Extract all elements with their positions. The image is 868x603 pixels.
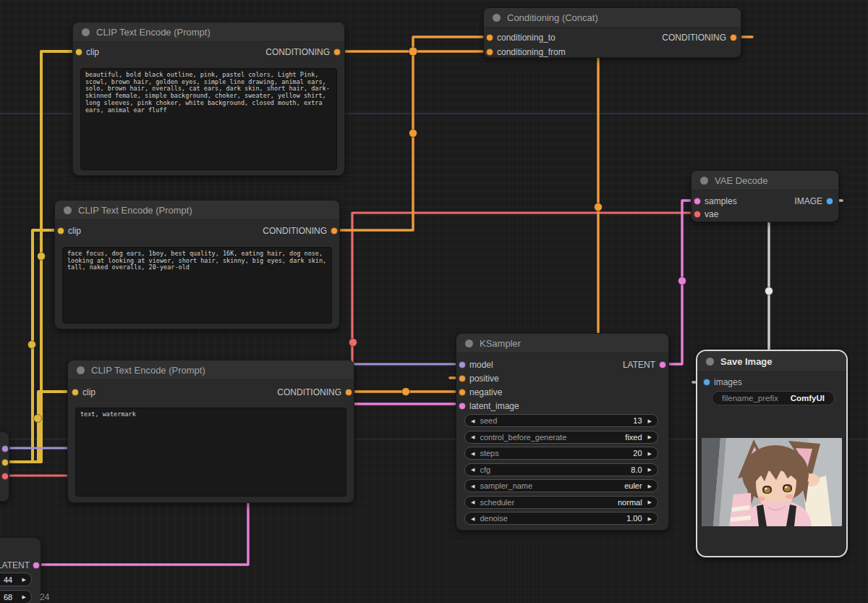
conditioning-from-label: conditioning_from <box>497 47 566 57</box>
clip-text-encode-node-3[interactable]: CLIP Text Encode (Prompt) clip CONDITION… <box>67 360 354 503</box>
conditioning-concat-node[interactable]: Conditioning (Concat) conditioning_to co… <box>483 7 741 58</box>
samples-input-port[interactable] <box>694 198 701 205</box>
ksampler-widget-scheduler[interactable]: ◀schedulernormal▶ <box>464 496 658 509</box>
filename-prefix-widget[interactable]: filename_prefix ComfyUI <box>712 391 835 405</box>
increment-arrow-icon[interactable]: ▶ <box>648 499 652 505</box>
clip-input-port[interactable] <box>72 389 79 396</box>
comfyui-node-graph-canvas[interactable]: { "canvas": { "label_24": "24" }, "color… <box>0 0 868 603</box>
ksampler-widgets: ◀seed13▶◀control_before_generatefixed▶◀s… <box>464 414 658 528</box>
widget-value: 8.0 <box>631 465 642 474</box>
decrement-arrow-icon[interactable]: ◀ <box>471 516 475 521</box>
collapse-dot-icon[interactable] <box>493 14 501 22</box>
decrement-arrow-icon[interactable]: ◀ <box>471 484 475 489</box>
empty-latent-widget[interactable]: 68▶ <box>0 590 32 603</box>
conditioning-output-label: CONDITIONING <box>263 226 327 236</box>
negative-input-port[interactable] <box>459 389 466 396</box>
collapse-dot-icon[interactable] <box>77 366 85 374</box>
increment-arrow-icon[interactable]: ▶ <box>22 594 26 599</box>
vae-input-port[interactable] <box>694 211 701 218</box>
positive-input-port[interactable] <box>459 375 466 382</box>
save-image-node[interactable]: Save Image images filename_prefix ComfyU… <box>696 350 848 557</box>
decrement-arrow-icon[interactable]: ◀ <box>471 499 475 505</box>
vae-output-port[interactable] <box>1 473 9 480</box>
increment-arrow-icon[interactable]: ▶ <box>648 467 652 472</box>
collapse-dot-icon[interactable] <box>465 340 473 347</box>
node-title: CLIP Text Encode (Prompt) <box>78 205 192 216</box>
increment-arrow-icon[interactable]: ▶ <box>648 451 652 456</box>
decrement-arrow-icon[interactable]: ◀ <box>471 451 475 456</box>
node-title: Save Image <box>720 356 773 367</box>
clip-input-label: clip <box>86 47 99 57</box>
conditioning-output-port[interactable] <box>730 34 737 41</box>
conditioning-output-label: CONDITIONING <box>265 47 330 57</box>
ksampler-widget-denoise[interactable]: ◀denoise1.00▶ <box>464 512 658 525</box>
latent-output-port[interactable] <box>33 562 40 569</box>
ksampler-widget-sampler_name[interactable]: ◀sampler_nameeuler▶ <box>464 479 658 492</box>
node-title: CLIP Text Encode (Prompt) <box>91 365 205 376</box>
ksampler-widget-steps[interactable]: ◀steps20▶ <box>464 447 658 460</box>
empty-latent-widgets: 44▶68▶ <box>0 573 32 603</box>
clip-input-port[interactable] <box>75 49 82 56</box>
increment-arrow-icon[interactable]: ▶ <box>648 516 652 521</box>
latent-output-port[interactable] <box>659 361 666 368</box>
widget-value: 13 <box>633 416 642 425</box>
widget-value: 1.00 <box>626 514 642 523</box>
negative-input-label: negative <box>469 387 502 397</box>
prompt-textarea[interactable]: text, watermark <box>75 408 346 497</box>
conditioning-from-input-port[interactable] <box>486 49 493 56</box>
prompt-textarea[interactable]: beautiful, bold black outline, pink, pas… <box>80 68 337 170</box>
filename-prefix-value: ComfyUI <box>791 394 825 402</box>
filename-prefix-label: filename_prefix <box>722 394 778 402</box>
prompt-textarea[interactable]: face focus, dog ears, 1boy, best quality… <box>62 247 332 324</box>
decrement-arrow-icon[interactable]: ◀ <box>471 418 475 423</box>
increment-arrow-icon[interactable]: ▶ <box>648 434 652 439</box>
ksampler-widget-cfg[interactable]: ◀cfg8.0▶ <box>464 463 658 476</box>
empty-latent-widget[interactable]: 44▶ <box>0 573 32 586</box>
checkpoint-loader-node-partial[interactable] <box>0 431 9 502</box>
conditioning-to-input-port[interactable] <box>486 34 493 41</box>
conditioning-to-label: conditioning_to <box>497 33 556 43</box>
node-title-bar[interactable]: KSampler <box>456 334 668 353</box>
model-input-port[interactable] <box>459 361 466 368</box>
node-title-bar[interactable]: CLIP Text Encode (Prompt) <box>55 201 339 220</box>
collapse-dot-icon[interactable] <box>706 358 714 366</box>
node-title-bar[interactable]: Save Image <box>697 351 846 372</box>
empty-latent-node-partial[interactable]: LATENT 44▶68▶ <box>0 537 41 603</box>
node-title-bar[interactable]: CLIP Text Encode (Prompt) <box>73 22 344 42</box>
node-title-bar[interactable]: CLIP Text Encode (Prompt) <box>68 360 354 380</box>
conditioning-output-port[interactable] <box>333 49 341 56</box>
node-title-bar[interactable]: VAE Decode <box>692 171 838 190</box>
clip-text-encode-node-1[interactable]: CLIP Text Encode (Prompt) clip CONDITION… <box>72 22 345 176</box>
decrement-arrow-icon[interactable]: ◀ <box>471 467 475 472</box>
preview-image <box>702 438 842 526</box>
ksampler-widget-control_before_generate[interactable]: ◀control_before_generatefixed▶ <box>464 431 658 444</box>
clip-output-port[interactable] <box>1 459 9 466</box>
ksampler-widget-seed[interactable]: ◀seed13▶ <box>464 414 658 427</box>
increment-arrow-icon[interactable]: ▶ <box>22 577 26 582</box>
clip-input-label: clip <box>82 387 95 397</box>
collapse-dot-icon[interactable] <box>700 177 708 185</box>
node-title: VAE Decode <box>715 175 767 186</box>
increment-arrow-icon[interactable]: ▶ <box>648 484 652 489</box>
latent-image-input-port[interactable] <box>459 402 466 410</box>
widget-label: scheduler <box>480 498 514 507</box>
model-output-port[interactable] <box>1 445 9 452</box>
collapse-dot-icon[interactable] <box>82 28 90 36</box>
images-input-port[interactable] <box>703 379 710 386</box>
clip-text-encode-node-2[interactable]: CLIP Text Encode (Prompt) clip CONDITION… <box>54 200 340 329</box>
widget-value: 20 <box>633 449 642 457</box>
collapse-dot-icon[interactable] <box>64 206 72 214</box>
vae-decode-node[interactable]: VAE Decode samples vae IMAGE <box>691 170 839 222</box>
node-title-bar[interactable]: Conditioning (Concat) <box>484 8 741 28</box>
widget-label: steps <box>480 449 498 457</box>
latent-image-input-label: latent_image <box>469 401 519 411</box>
clip-input-port[interactable] <box>57 227 64 235</box>
conditioning-output-port[interactable] <box>331 227 338 235</box>
widget-value: normal <box>618 498 642 507</box>
widget-value: fixed <box>625 433 642 442</box>
increment-arrow-icon[interactable]: ▶ <box>648 418 652 423</box>
image-output-port[interactable] <box>826 198 833 205</box>
ksampler-node[interactable]: KSampler model positive negative latent_… <box>456 333 669 531</box>
decrement-arrow-icon[interactable]: ◀ <box>471 434 475 439</box>
conditioning-output-port[interactable] <box>345 389 352 396</box>
